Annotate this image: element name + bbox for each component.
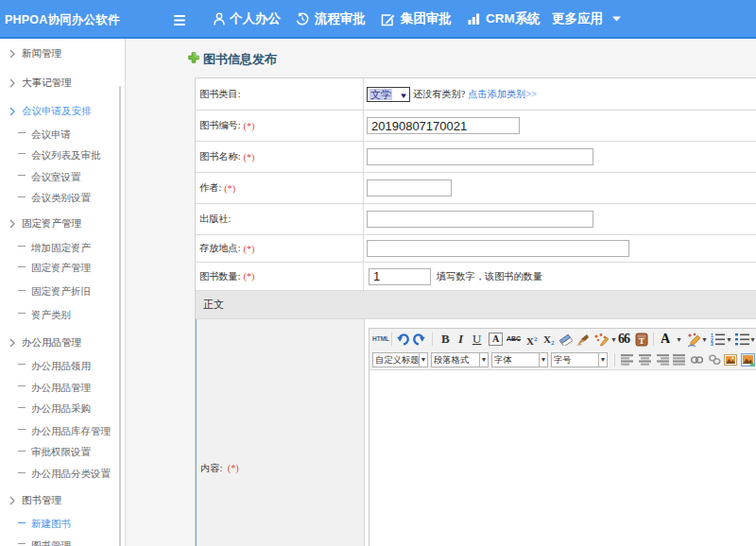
svg-text:3: 3: [711, 341, 713, 346]
svg-text:T: T: [639, 336, 644, 346]
